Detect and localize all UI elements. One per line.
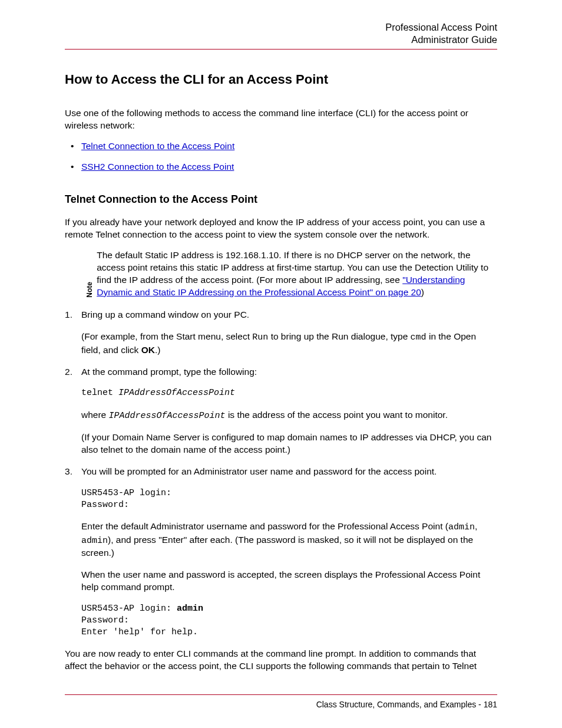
- list-item: Telnet Connection to the Access Point: [65, 140, 497, 153]
- note-body: The default Static IP address is 192.168…: [97, 249, 497, 299]
- ok-bold: OK: [141, 345, 155, 355]
- footer-text: Class Structure, Commands, and Examples …: [316, 700, 497, 709]
- admin-pass: admin: [81, 536, 108, 546]
- note-label: Note: [85, 249, 94, 299]
- telnet-connection-link[interactable]: Telnet Connection to the Access Point: [81, 141, 234, 151]
- text: .): [155, 345, 160, 355]
- text: to bring up the Run dialogue, type: [268, 331, 410, 341]
- text: is the address of the access point you w…: [226, 410, 448, 420]
- code-text: Password: Enter 'help' for help.: [81, 615, 198, 637]
- code-text: telnet: [81, 388, 118, 398]
- steps-list: Bring up a command window on your PC. (F…: [65, 309, 497, 638]
- note-block: Note The default Static IP address is 19…: [85, 249, 497, 299]
- section-paragraph: If you already have your network deploye…: [65, 216, 497, 241]
- step-3: You will be prompted for an Administrato…: [65, 466, 497, 638]
- ssh2-connection-link[interactable]: SSH2 Connection to the Access Point: [81, 162, 234, 172]
- section-heading-telnet: Telnet Connection to the Access Point: [65, 193, 497, 206]
- step-2: At the command prompt, type the followin…: [65, 366, 497, 456]
- step-1: Bring up a command window on your PC. (F…: [65, 309, 497, 356]
- note-text-2: ): [421, 287, 424, 297]
- closing-paragraph: You are now ready to enter CLI commands …: [65, 648, 497, 673]
- text: where: [81, 410, 109, 420]
- admin-bold: admin: [177, 604, 203, 614]
- step-3-enter: Enter the default Administrator username…: [81, 521, 497, 559]
- step-3-accepted: When the user name and password is accep…: [81, 569, 497, 594]
- run-keyword: Run: [252, 332, 268, 342]
- method-link-list: Telnet Connection to the Access Point SS…: [65, 140, 497, 173]
- step-3-main: You will be prompted for an Administrato…: [81, 466, 437, 476]
- step-2-where: where IPAddressOfAccessPoint is the addr…: [81, 409, 497, 422]
- code-text: USR5453-AP login:: [81, 604, 177, 614]
- text: ,: [475, 521, 477, 531]
- page-footer: Class Structure, Commands, and Examples …: [65, 694, 497, 709]
- document-page: Professional Access Point Administrator …: [0, 0, 562, 728]
- admin-user: admin: [448, 522, 475, 532]
- code-var: IPAddressOfAccessPoint: [118, 388, 235, 398]
- text: (For example, from the Start menu, selec…: [81, 331, 252, 341]
- step-1-sub: (For example, from the Start menu, selec…: [81, 331, 497, 356]
- where-var: IPAddressOfAccessPoint: [109, 411, 226, 421]
- step-1-main: Bring up a command window on your PC.: [81, 309, 249, 319]
- telnet-command: telnet IPAddressOfAccessPoint: [81, 387, 497, 399]
- running-header: Professional Access Point Administrator …: [65, 21, 497, 50]
- list-item: SSH2 Connection to the Access Point: [65, 161, 497, 173]
- cmd-keyword: cmd: [411, 332, 427, 342]
- header-line-1: Professional Access Point: [65, 21, 497, 34]
- login-prompt-code: USR5453-AP login: Password:: [81, 487, 497, 512]
- step-2-dns: (If your Domain Name Server is configure…: [81, 431, 497, 456]
- header-line-2: Administrator Guide: [65, 34, 497, 46]
- login-success-code: USR5453-AP login: admin Password: Enter …: [81, 603, 497, 639]
- intro-paragraph: Use one of the following methods to acce…: [65, 107, 497, 132]
- text: ), and press "Enter" after each. (The pa…: [81, 535, 473, 558]
- page-title: How to Access the CLI for an Access Poin…: [65, 72, 497, 87]
- step-2-main: At the command prompt, type the followin…: [81, 367, 257, 377]
- text: Enter the default Administrator username…: [81, 521, 448, 531]
